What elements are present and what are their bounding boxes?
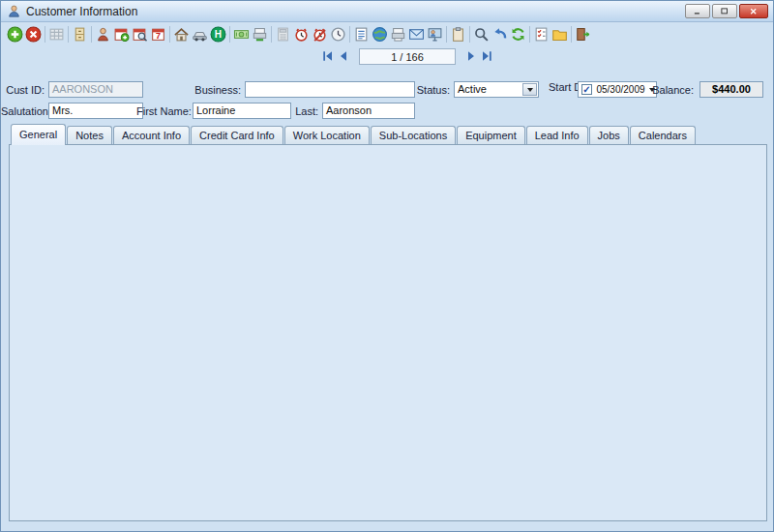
clock-icon[interactable]	[329, 25, 347, 44]
refresh-icon[interactable]	[509, 25, 527, 44]
payments-icon[interactable]	[232, 25, 251, 44]
toolbar-separator	[169, 26, 170, 43]
toolbar-separator	[229, 26, 230, 43]
svg-text:7: 7	[156, 31, 161, 41]
calendar-find-icon[interactable]	[131, 25, 149, 44]
last-name-field[interactable]: Aaronson	[322, 103, 415, 119]
tab-sub-locations[interactable]: Sub-Locations	[371, 126, 456, 145]
alarm-cancel-icon[interactable]	[311, 25, 329, 44]
calculator-icon[interactable]	[274, 25, 292, 44]
business-label: Business:	[156, 84, 241, 96]
record-navigation: 1 / 166	[320, 46, 494, 66]
next-record-button[interactable]	[463, 48, 479, 64]
email-icon[interactable]	[407, 25, 426, 44]
first-record-button[interactable]	[320, 48, 336, 64]
maximize-button[interactable]	[712, 4, 737, 18]
minimize-button[interactable]	[685, 4, 710, 18]
general-tab-panel	[9, 144, 767, 521]
last-name-label: Last:	[291, 105, 318, 117]
remote-session-icon[interactable]	[426, 25, 444, 44]
tab-credit-card-info[interactable]: Credit Card Info	[191, 126, 283, 145]
cust-id-label: Cust ID:	[1, 84, 45, 96]
vehicle-icon[interactable]	[191, 25, 209, 44]
start-date-value: 05/30/2009	[596, 83, 644, 96]
status-dropdown-button[interactable]	[522, 83, 537, 96]
customer-information-window: Customer Information 7H 1 / 166 Cust ID:…	[0, 0, 774, 532]
delete-icon[interactable]	[24, 25, 43, 44]
customer-schedule-icon[interactable]	[94, 25, 112, 44]
start-date-checkbox[interactable]: ✓	[581, 84, 592, 95]
calendar-week-icon[interactable]: 7	[149, 25, 167, 44]
web-icon[interactable]	[371, 25, 389, 44]
balance-label: Balance:	[640, 84, 694, 96]
svg-text:H: H	[215, 29, 222, 40]
status-value: Active	[458, 83, 487, 96]
tab-lead-info[interactable]: Lead Info	[526, 126, 588, 145]
toolbar: 7H	[1, 22, 773, 45]
status-label: Status:	[388, 84, 450, 96]
window-title: Customer Information	[26, 5, 137, 18]
search-icon[interactable]	[472, 25, 491, 44]
tab-calendars[interactable]: Calendars	[630, 126, 696, 145]
balance-field: $440.00	[700, 81, 763, 98]
toolbar-separator	[446, 26, 447, 43]
previous-record-button[interactable]	[336, 48, 351, 64]
first-name-field[interactable]: Lorraine	[193, 103, 291, 119]
toolbar-separator	[529, 26, 530, 43]
home-icon[interactable]	[172, 25, 191, 44]
toolbar-separator	[91, 26, 92, 43]
toolbar-separator	[349, 26, 350, 43]
title-bar: Customer Information	[1, 1, 773, 22]
record-counter[interactable]: 1 / 166	[359, 48, 456, 65]
toolbar-separator	[68, 26, 69, 43]
salutation-field[interactable]: Mrs.	[48, 103, 143, 119]
grid-icon[interactable]	[47, 25, 66, 44]
toolbar-separator	[571, 26, 572, 43]
report-icon[interactable]	[352, 25, 371, 44]
salutation-label: Salutation:	[1, 105, 45, 117]
tab-general[interactable]: General	[11, 124, 66, 145]
cabinet-icon[interactable]	[71, 25, 89, 44]
print-invoice-icon[interactable]	[251, 25, 269, 44]
hold-icon[interactable]: H	[209, 25, 227, 44]
first-name-label: First Name:	[136, 105, 189, 117]
add-icon[interactable]	[6, 25, 24, 44]
folder-icon[interactable]	[551, 25, 569, 44]
status-dropdown[interactable]: Active	[454, 81, 539, 98]
tab-notes[interactable]: Notes	[67, 126, 112, 145]
print-icon[interactable]	[389, 25, 407, 44]
toolbar-separator	[45, 26, 45, 43]
last-record-button[interactable]	[479, 48, 494, 64]
undo-icon[interactable]	[491, 25, 509, 44]
exit-icon[interactable]	[574, 25, 592, 44]
calendar-add-icon[interactable]	[112, 25, 131, 44]
close-button[interactable]	[739, 4, 768, 18]
tasks-icon[interactable]	[532, 25, 551, 44]
alarm-icon[interactable]	[292, 25, 311, 44]
tab-strip: General Notes Account Info Credit Card I…	[11, 126, 697, 145]
tab-equipment[interactable]: Equipment	[457, 126, 525, 145]
tab-account-info[interactable]: Account Info	[113, 126, 190, 145]
tab-jobs[interactable]: Jobs	[589, 126, 629, 145]
tab-work-location[interactable]: Work Location	[284, 126, 370, 145]
clipboard-icon[interactable]	[449, 25, 467, 44]
toolbar-separator	[469, 26, 470, 43]
cust-id-field: AARONSON	[48, 81, 143, 98]
person-icon	[7, 4, 21, 18]
start-date-label: Start Date	[549, 82, 576, 93]
toolbar-separator	[271, 26, 272, 43]
